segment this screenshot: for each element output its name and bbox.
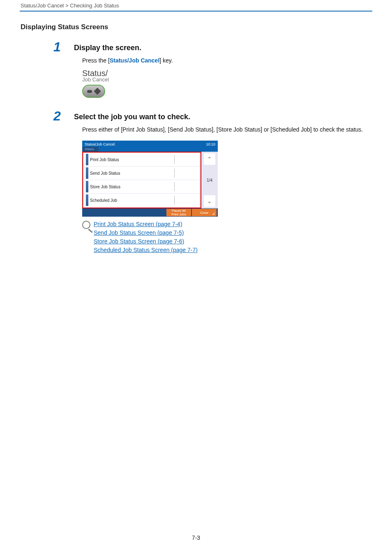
hw-key-label-line2: Job Cancel xyxy=(82,77,371,82)
panel-list: Print Job Status Send Job Status Store J… xyxy=(82,152,201,208)
touch-panel-screenshot: Status/Job Cancel. 10:10 Status Print Jo… xyxy=(82,141,218,217)
panel-row-send-job-status[interactable]: Send Job Status xyxy=(84,166,199,180)
magnifier-icon xyxy=(82,221,90,229)
hw-key-label: Status/ Job Cancel xyxy=(82,69,371,82)
close-button[interactable]: Close ↲ xyxy=(192,209,217,216)
scroll-down-button[interactable]: ⌄ xyxy=(204,195,215,207)
step-2-heading: Select the job you want to check. xyxy=(74,113,371,121)
step-1: 1 Display the screen. Press the [Status/… xyxy=(74,44,371,98)
row-accent xyxy=(86,194,88,206)
row-accent xyxy=(86,154,88,165)
panel-title-bar: Status/Job Cancel. 10:10 xyxy=(85,142,215,147)
page-number: 7-3 xyxy=(0,534,392,541)
panel-row-store-job-status[interactable]: Store Job Status xyxy=(84,180,199,193)
pause-btn-line1: Pause All xyxy=(172,209,185,213)
scroll-up-button[interactable]: ⌃ xyxy=(204,153,215,165)
pause-all-print-jobs-button[interactable]: Pause All Print Jobs xyxy=(166,209,191,216)
panel-row-label: Scheduled Job xyxy=(90,198,174,203)
status-job-cancel-keylabel[interactable]: Status/Job Cancel xyxy=(110,57,159,64)
panel-status-tab[interactable]: Status xyxy=(82,147,99,152)
step-1-body-post: ] key. xyxy=(159,57,173,64)
panel-row-scheduled-job[interactable]: Scheduled Job xyxy=(84,194,199,207)
section-title: Displaying Status Screens xyxy=(0,16,392,31)
diamond-icon xyxy=(94,88,101,95)
panel-row-label: Print Job Status xyxy=(90,157,174,162)
panel-row-label: Store Job Status xyxy=(90,185,174,189)
link-print-job-status-screen[interactable]: Print Job Status Screen (page 7-4) xyxy=(94,221,182,227)
step-1-heading: Display the screen. xyxy=(74,44,371,52)
step-number-1: 1 xyxy=(53,39,61,55)
link-store-job-status-screen[interactable]: Store Job Status Screen (page 7-6) xyxy=(94,238,184,245)
link-send-job-status-screen[interactable]: Send Job Status Screen (page 7-5) xyxy=(94,229,184,236)
row-accent xyxy=(86,167,88,179)
reference-links-block: Print Job Status Screen (page 7-4) Send … xyxy=(74,220,371,254)
close-btn-label: Close xyxy=(200,211,208,215)
row-divider xyxy=(174,155,175,164)
panel-scrollbar: ⌃ 1/4 ⌄ xyxy=(201,152,218,208)
breadcrumb-rule xyxy=(20,11,372,12)
panel-row-print-job-status[interactable]: Print Job Status xyxy=(84,153,199,166)
link-scheduled-job-status-screen[interactable]: Scheduled Job Status Screen (page 7-7) xyxy=(94,247,198,253)
step-number-2: 2 xyxy=(53,109,61,124)
breadcrumb: Status/Job Cancel > Checking Job Status xyxy=(0,0,392,11)
step-2: 2 Select the job you want to check. Pres… xyxy=(74,113,371,254)
page-indicator: 1/4 xyxy=(204,166,215,194)
row-divider xyxy=(174,169,175,178)
chevron-up-icon: ⌃ xyxy=(207,156,212,162)
panel-row-label: Send Job Status xyxy=(90,171,174,176)
pause-btn-line2: Print Jobs xyxy=(171,213,186,216)
panel-time: 10:10 xyxy=(206,142,215,147)
row-divider xyxy=(174,182,175,191)
hardware-key-graphic: Status/ Job Cancel xyxy=(74,69,371,98)
step-2-body: Press either of [Print Job Status], [Sen… xyxy=(74,125,370,134)
step-1-body: Press the [Status/Job Cancel] key. xyxy=(74,56,370,65)
step-1-body-pre: Press the [ xyxy=(82,57,110,64)
row-accent xyxy=(86,181,88,192)
reference-links-list: Print Job Status Screen (page 7-4) Send … xyxy=(94,220,198,254)
chevron-down-icon: ⌄ xyxy=(207,198,212,204)
enter-icon: ↲ xyxy=(212,212,215,216)
hw-key-button xyxy=(82,85,105,98)
panel-footer: Pause All Print Jobs Close ↲ xyxy=(82,208,218,217)
panel-title: Status/Job Cancel. xyxy=(85,142,116,147)
row-divider xyxy=(174,196,175,205)
